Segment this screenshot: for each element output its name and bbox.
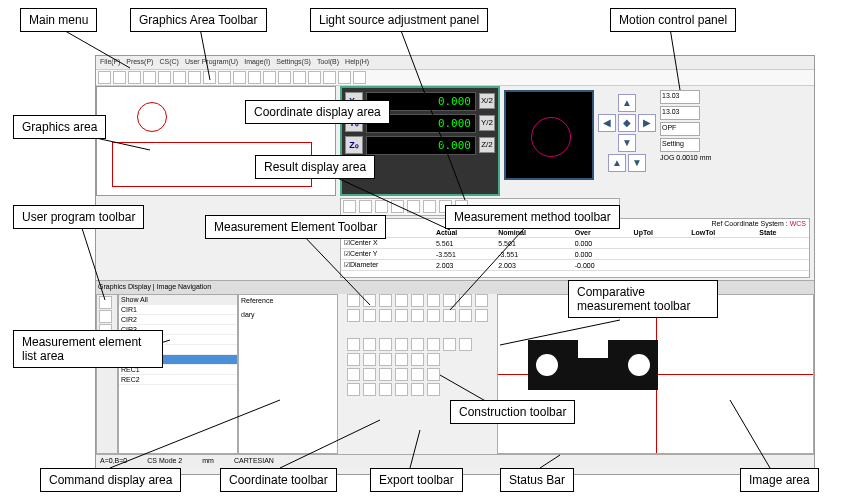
elem-icon[interactable] [459, 294, 472, 307]
toolbar-icon[interactable] [233, 71, 246, 84]
list-item[interactable]: CIR2 [119, 315, 237, 325]
toolbar-icon[interactable] [188, 71, 201, 84]
arrow-center-icon[interactable]: ◆ [618, 114, 636, 132]
construct-icon[interactable] [395, 338, 408, 351]
list-item[interactable]: CIR1 [119, 305, 237, 315]
scope-view[interactable] [504, 90, 594, 180]
user-program-toolbar[interactable] [96, 294, 118, 454]
arrow-left-icon[interactable]: ◀ [598, 114, 616, 132]
coordinate-toolbar[interactable] [346, 368, 489, 381]
export-icon[interactable] [395, 383, 408, 396]
toolbar-icon[interactable] [128, 71, 141, 84]
construct-icon[interactable] [411, 338, 424, 351]
elem-icon[interactable] [395, 294, 408, 307]
construct-icon[interactable] [347, 338, 360, 351]
toolbar-icon[interactable] [308, 71, 321, 84]
coord-icon[interactable] [347, 368, 360, 381]
compare-icon[interactable] [363, 353, 376, 366]
z-up-icon[interactable]: ▲ [608, 154, 626, 172]
element-list-area[interactable]: Show All CIR1 CIR2 CIR3 CIR4 CIR5 CIR6 R… [118, 294, 238, 454]
light-icon[interactable] [375, 200, 388, 213]
toolbar-icon[interactable] [248, 71, 261, 84]
setting-button[interactable]: Setting [660, 138, 700, 152]
measurement-method-toolbar[interactable] [346, 309, 489, 322]
toolbar-icon[interactable] [143, 71, 156, 84]
speed-2[interactable]: 13.03 [660, 106, 700, 120]
method-icon[interactable] [395, 309, 408, 322]
z-half-button[interactable]: Z/2 [479, 137, 495, 153]
construction-toolbar[interactable] [346, 338, 489, 351]
compare-icon[interactable] [347, 353, 360, 366]
toolbar-icon[interactable] [278, 71, 291, 84]
export-icon[interactable] [347, 383, 360, 396]
method-icon[interactable] [427, 309, 440, 322]
construct-icon[interactable] [379, 338, 392, 351]
light-icon[interactable] [343, 200, 356, 213]
elem-icon[interactable] [379, 294, 392, 307]
toolbar-icon[interactable] [218, 71, 231, 84]
tab-image-nav[interactable]: Image Navigation [157, 283, 211, 290]
method-icon[interactable] [411, 309, 424, 322]
export-icon[interactable] [379, 383, 392, 396]
construct-icon[interactable] [443, 338, 456, 351]
coord-icon[interactable] [411, 368, 424, 381]
construct-icon[interactable] [459, 338, 472, 351]
elem-icon[interactable] [427, 294, 440, 307]
export-icon[interactable] [411, 383, 424, 396]
prog-icon[interactable] [99, 310, 112, 323]
toolbar-icon[interactable] [98, 71, 111, 84]
export-toolbar[interactable] [346, 383, 489, 396]
compare-icon[interactable] [379, 353, 392, 366]
method-icon[interactable] [475, 309, 488, 322]
toolbar-icon[interactable] [203, 71, 216, 84]
graphics-area-toolbar[interactable] [96, 70, 814, 86]
light-icon[interactable] [359, 200, 372, 213]
toolbar-icon[interactable] [173, 71, 186, 84]
comparative-toolbar[interactable] [346, 353, 489, 366]
tab-graphics[interactable]: Graphics Display [98, 283, 151, 290]
toolbar-icon[interactable] [293, 71, 306, 84]
y-half-button[interactable]: Y/2 [479, 115, 495, 131]
light-icon[interactable] [391, 200, 404, 213]
toolbar-icon[interactable] [263, 71, 276, 84]
toolbar-icon[interactable] [338, 71, 351, 84]
arrow-right-icon[interactable]: ▶ [638, 114, 656, 132]
coord-icon[interactable] [427, 368, 440, 381]
light-icon[interactable] [423, 200, 436, 213]
method-icon[interactable] [347, 309, 360, 322]
construct-icon[interactable] [363, 338, 376, 351]
z-down-icon[interactable]: ▼ [628, 154, 646, 172]
coord-icon[interactable] [363, 368, 376, 381]
elem-icon[interactable] [443, 294, 456, 307]
method-icon[interactable] [363, 309, 376, 322]
elem-icon[interactable] [347, 294, 360, 307]
elem-icon[interactable] [363, 294, 376, 307]
compare-icon[interactable] [411, 353, 424, 366]
method-icon[interactable] [443, 309, 456, 322]
elem-icon[interactable] [475, 294, 488, 307]
main-menu[interactable]: File(F)Press(P)CS(C)User Program(U)Image… [96, 56, 814, 70]
method-icon[interactable] [379, 309, 392, 322]
image-area[interactable] [497, 294, 814, 454]
compare-icon[interactable] [395, 353, 408, 366]
arrow-down-icon[interactable]: ▼ [618, 134, 636, 152]
toolbar-icon[interactable] [323, 71, 336, 84]
toolbar-icon[interactable] [353, 71, 366, 84]
construct-icon[interactable] [427, 338, 440, 351]
export-icon[interactable] [363, 383, 376, 396]
coord-icon[interactable] [379, 368, 392, 381]
method-icon[interactable] [459, 309, 472, 322]
opf-button[interactable]: OPF [660, 122, 700, 136]
compare-icon[interactable] [427, 353, 440, 366]
toolbar-icon[interactable] [113, 71, 126, 84]
arrow-up-icon[interactable]: ▲ [618, 94, 636, 112]
toolbar-icon[interactable] [158, 71, 171, 84]
light-icon[interactable] [407, 200, 420, 213]
prog-icon[interactable] [99, 296, 112, 309]
elem-icon[interactable] [411, 294, 424, 307]
export-icon[interactable] [427, 383, 440, 396]
speed-1[interactable]: 13.03 [660, 90, 700, 104]
coord-icon[interactable] [395, 368, 408, 381]
measurement-element-toolbar[interactable] [346, 294, 489, 307]
x-half-button[interactable]: X/2 [479, 93, 495, 109]
